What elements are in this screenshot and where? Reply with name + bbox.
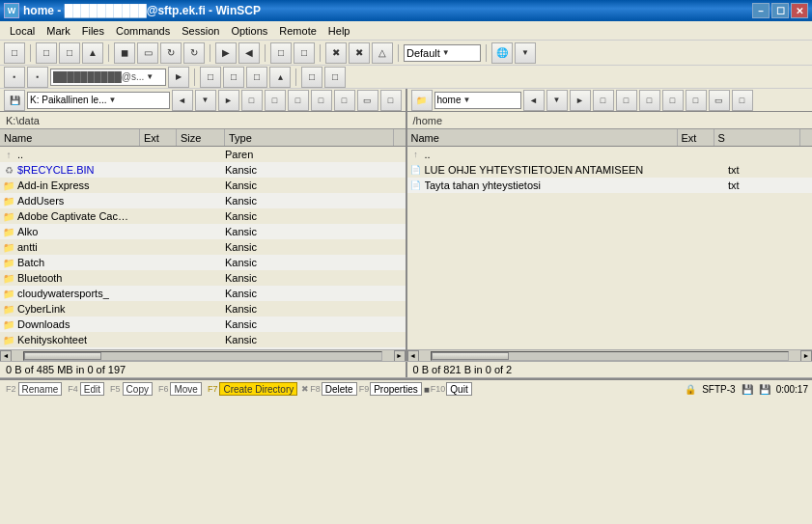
profile-dropdown[interactable]: Default ▼: [404, 44, 481, 62]
left-file-row[interactable]: 📁 Adobe Captivate Cached Projects Kansic: [0, 208, 406, 224]
right-home-icon[interactable]: 📁: [411, 90, 433, 111]
left-back[interactable]: ◄: [172, 90, 193, 111]
right-nav4[interactable]: □: [662, 90, 684, 111]
left-file-row[interactable]: 📁 Kehityskohteet Kansic: [0, 332, 406, 347]
left-file-row[interactable]: 📁 CyberLink Kansic: [0, 301, 406, 317]
left-col-ext[interactable]: Ext: [140, 129, 177, 146]
right-scroll-thumb[interactable]: [432, 352, 509, 360]
tb2-btn2[interactable]: ▪: [27, 67, 48, 88]
tb-btn4[interactable]: ◼: [114, 42, 135, 64]
left-file-row[interactable]: ↑ .. Paren: [0, 147, 406, 162]
fn-f2-label[interactable]: Rename: [18, 382, 63, 396]
tb-download[interactable]: ◀: [238, 42, 260, 64]
tb-btn1[interactable]: □: [36, 42, 57, 64]
right-col-name[interactable]: Name: [407, 129, 678, 146]
right-file-row[interactable]: ↑ ..: [407, 147, 813, 162]
tb-btn10[interactable]: ✖: [325, 42, 347, 64]
left-file-row[interactable]: 📁 Alko Kansic: [0, 224, 406, 239]
tb-btn2[interactable]: □: [59, 42, 80, 64]
tb-btn3[interactable]: ▲: [82, 42, 103, 64]
menu-local[interactable]: Local: [4, 23, 41, 39]
right-nav7[interactable]: □: [732, 90, 753, 111]
menu-remote[interactable]: Remote: [273, 23, 322, 39]
tb-btn9[interactable]: □: [294, 42, 315, 64]
tb2-btn6[interactable]: □: [246, 67, 267, 88]
menu-help[interactable]: Help: [322, 23, 356, 39]
fn-f10-label[interactable]: Quit: [446, 382, 471, 396]
right-address-combo[interactable]: home ▼: [434, 92, 521, 109]
tb2-btn1[interactable]: ▪: [4, 67, 25, 88]
menu-options[interactable]: Options: [225, 23, 273, 39]
left-nav6[interactable]: ▭: [357, 90, 378, 111]
tb-btn12[interactable]: △: [372, 42, 393, 64]
fn-f10-group[interactable]: ■ F10 Quit: [424, 382, 472, 396]
left-file-list[interactable]: ↑ .. Paren ♻ $RECYCLE.BIN Kansic 📁 Add-i…: [0, 147, 406, 349]
left-scroll-left[interactable]: ◄: [0, 350, 12, 362]
tb-new-session[interactable]: □: [4, 42, 25, 64]
fn-f9-group[interactable]: F9 Properties: [359, 382, 422, 396]
minimize-button[interactable]: –: [752, 3, 770, 18]
left-file-row[interactable]: 📁 AddUsers Kansic: [0, 193, 406, 208]
menu-commands[interactable]: Commands: [110, 23, 176, 39]
fn-f6[interactable]: F6 Move: [156, 382, 204, 396]
fn-f6-label[interactable]: Move: [170, 382, 201, 396]
right-col-ext[interactable]: Ext: [678, 129, 714, 146]
fn-f8-group[interactable]: ✖ F8 Delete: [301, 382, 356, 396]
fn-f4-label[interactable]: Edit: [80, 382, 104, 396]
right-file-list[interactable]: ↑ .. 📄 LUE OHJE YHTEYSTIETOJEN ANTAMISEE…: [407, 147, 813, 349]
left-forward[interactable]: ►: [218, 90, 239, 111]
right-col-s[interactable]: S: [714, 129, 801, 146]
right-back[interactable]: ◄: [523, 90, 545, 111]
right-scroll-track[interactable]: [431, 351, 790, 361]
left-address-combo[interactable]: K: Paikallinen le... ▼: [27, 92, 170, 109]
right-nav2[interactable]: □: [616, 90, 637, 111]
left-nav2[interactable]: □: [265, 90, 286, 111]
left-file-row[interactable]: 📁 Bluetooth Kansic: [0, 270, 406, 286]
right-back-arrow[interactable]: ▼: [546, 90, 568, 111]
left-nav7[interactable]: □: [380, 90, 402, 111]
tb2-btn7[interactable]: ▴: [269, 67, 291, 88]
session-combo[interactable]: ██████████@s... ▼: [50, 69, 166, 86]
left-nav5[interactable]: □: [334, 90, 355, 111]
left-drive-icon[interactable]: 💾: [4, 90, 25, 111]
left-nav1[interactable]: □: [241, 90, 263, 111]
left-scroll-track[interactable]: [23, 351, 382, 361]
left-file-row[interactable]: 📁 Add-in Express Kansic: [0, 178, 406, 193]
left-back-arrow[interactable]: ▼: [195, 90, 216, 111]
menu-session[interactable]: Session: [176, 23, 225, 39]
fn-f7-label[interactable]: Create Directory: [219, 382, 297, 396]
tb-upload[interactable]: ▶: [215, 42, 237, 64]
left-nav3[interactable]: □: [288, 90, 309, 111]
left-nav4[interactable]: □: [311, 90, 332, 111]
tb-globe[interactable]: 🌐: [491, 42, 513, 64]
tb2-btn3[interactable]: ▶: [168, 67, 189, 88]
fn-f4[interactable]: F4 Edit: [66, 382, 106, 396]
fn-f5-label[interactable]: Copy: [123, 382, 153, 396]
tb-btn7[interactable]: ↻: [183, 42, 205, 64]
left-scroll-right[interactable]: ►: [394, 350, 406, 362]
right-nav6[interactable]: ▭: [709, 90, 730, 111]
left-file-row[interactable]: 📁 Downloads Kansic: [0, 317, 406, 332]
left-col-type[interactable]: Type: [225, 129, 394, 146]
right-nav5[interactable]: □: [686, 90, 707, 111]
close-button[interactable]: ✕: [791, 3, 808, 18]
right-nav1[interactable]: □: [593, 90, 614, 111]
left-hscrollbar[interactable]: ◄ ►: [0, 349, 406, 361]
left-col-name[interactable]: Name: [0, 129, 140, 146]
fn-f8-label[interactable]: Delete: [322, 382, 357, 396]
left-file-row[interactable]: ♻ $RECYCLE.BIN Kansic: [0, 162, 406, 178]
right-scroll-left[interactable]: ◄: [407, 350, 419, 362]
right-nav3[interactable]: □: [639, 90, 660, 111]
tb2-btn8[interactable]: □: [301, 67, 322, 88]
tb2-btn9[interactable]: □: [324, 67, 346, 88]
tb-btn11[interactable]: ✖: [349, 42, 370, 64]
right-file-row[interactable]: 📄 Tayta tahan yhteystietosi txt: [407, 178, 813, 193]
left-file-row[interactable]: 📁 Batch Kansic: [0, 255, 406, 270]
left-file-row[interactable]: 📁 cloudywatersports_ Kansic: [0, 286, 406, 301]
left-file-row[interactable]: 📁 antti Kansic: [0, 239, 406, 255]
tb-btn6[interactable]: ↻: [160, 42, 182, 64]
tb2-btn4[interactable]: □: [200, 67, 221, 88]
right-hscrollbar[interactable]: ◄ ►: [407, 349, 813, 361]
tb-btn8[interactable]: □: [270, 42, 292, 64]
right-forward[interactable]: ►: [570, 90, 591, 111]
